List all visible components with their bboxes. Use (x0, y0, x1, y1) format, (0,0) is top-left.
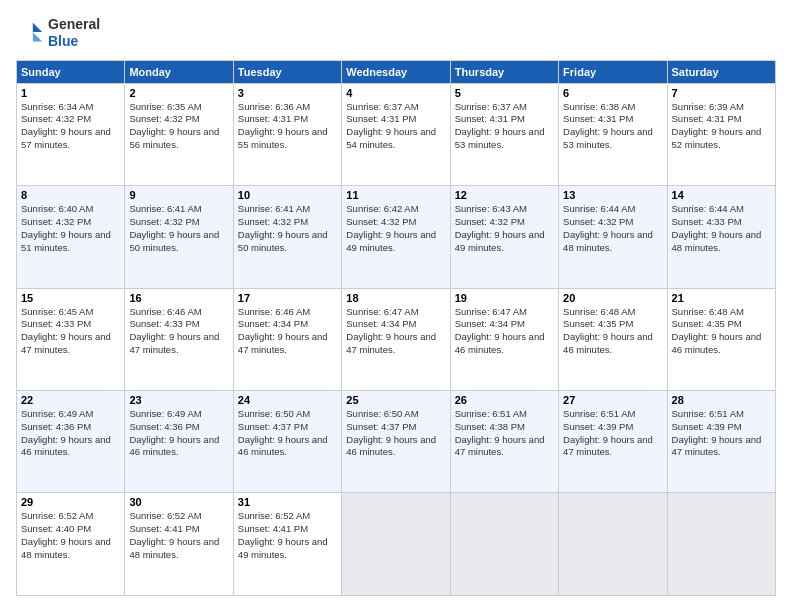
day-number: 9 (129, 189, 228, 201)
day-number: 18 (346, 292, 445, 304)
daylight-label: Daylight: 9 hours and 49 minutes. (238, 536, 328, 560)
day-info: Sunrise: 6:45 AM Sunset: 4:33 PM Dayligh… (21, 306, 120, 357)
day-info: Sunrise: 6:49 AM Sunset: 4:36 PM Dayligh… (21, 408, 120, 459)
day-header-monday: Monday (125, 60, 233, 83)
sunset-label: Sunset: 4:35 PM (563, 318, 633, 329)
day-info: Sunrise: 6:44 AM Sunset: 4:32 PM Dayligh… (563, 203, 662, 254)
daylight-label: Daylight: 9 hours and 56 minutes. (129, 126, 219, 150)
sunrise-label: Sunrise: 6:52 AM (21, 510, 93, 521)
daylight-label: Daylight: 9 hours and 49 minutes. (455, 229, 545, 253)
sunrise-label: Sunrise: 6:36 AM (238, 101, 310, 112)
sunset-label: Sunset: 4:33 PM (129, 318, 199, 329)
daylight-label: Daylight: 9 hours and 46 minutes. (346, 434, 436, 458)
daylight-label: Daylight: 9 hours and 46 minutes. (672, 331, 762, 355)
sunset-label: Sunset: 4:41 PM (129, 523, 199, 534)
sunrise-label: Sunrise: 6:46 AM (129, 306, 201, 317)
day-info: Sunrise: 6:41 AM Sunset: 4:32 PM Dayligh… (238, 203, 337, 254)
day-number: 2 (129, 87, 228, 99)
day-number: 11 (346, 189, 445, 201)
day-number: 24 (238, 394, 337, 406)
daylight-label: Daylight: 9 hours and 48 minutes. (672, 229, 762, 253)
sunset-label: Sunset: 4:32 PM (346, 216, 416, 227)
logo: General Blue (16, 16, 100, 50)
table-row (559, 493, 667, 596)
day-number: 20 (563, 292, 662, 304)
daylight-label: Daylight: 9 hours and 46 minutes. (21, 434, 111, 458)
day-number: 3 (238, 87, 337, 99)
day-info: Sunrise: 6:52 AM Sunset: 4:41 PM Dayligh… (129, 510, 228, 561)
day-number: 30 (129, 496, 228, 508)
day-info: Sunrise: 6:49 AM Sunset: 4:36 PM Dayligh… (129, 408, 228, 459)
table-row: 1 Sunrise: 6:34 AM Sunset: 4:32 PM Dayli… (17, 83, 125, 185)
table-row: 19 Sunrise: 6:47 AM Sunset: 4:34 PM Dayl… (450, 288, 558, 390)
day-info: Sunrise: 6:48 AM Sunset: 4:35 PM Dayligh… (563, 306, 662, 357)
day-number: 17 (238, 292, 337, 304)
sunrise-label: Sunrise: 6:51 AM (563, 408, 635, 419)
day-info: Sunrise: 6:43 AM Sunset: 4:32 PM Dayligh… (455, 203, 554, 254)
day-header-thursday: Thursday (450, 60, 558, 83)
sunset-label: Sunset: 4:41 PM (238, 523, 308, 534)
day-info: Sunrise: 6:46 AM Sunset: 4:33 PM Dayligh… (129, 306, 228, 357)
table-row: 4 Sunrise: 6:37 AM Sunset: 4:31 PM Dayli… (342, 83, 450, 185)
table-row: 18 Sunrise: 6:47 AM Sunset: 4:34 PM Dayl… (342, 288, 450, 390)
day-number: 13 (563, 189, 662, 201)
day-info: Sunrise: 6:50 AM Sunset: 4:37 PM Dayligh… (346, 408, 445, 459)
sunrise-label: Sunrise: 6:48 AM (672, 306, 744, 317)
sunrise-label: Sunrise: 6:49 AM (129, 408, 201, 419)
table-row (342, 493, 450, 596)
sunset-label: Sunset: 4:36 PM (129, 421, 199, 432)
daylight-label: Daylight: 9 hours and 51 minutes. (21, 229, 111, 253)
sunrise-label: Sunrise: 6:43 AM (455, 203, 527, 214)
table-row: 31 Sunrise: 6:52 AM Sunset: 4:41 PM Dayl… (233, 493, 341, 596)
table-row: 29 Sunrise: 6:52 AM Sunset: 4:40 PM Dayl… (17, 493, 125, 596)
calendar-page: General Blue SundayMondayTuesdayWednesda… (0, 0, 792, 612)
daylight-label: Daylight: 9 hours and 46 minutes. (563, 331, 653, 355)
daylight-label: Daylight: 9 hours and 50 minutes. (129, 229, 219, 253)
daylight-label: Daylight: 9 hours and 46 minutes. (455, 331, 545, 355)
sunset-label: Sunset: 4:32 PM (563, 216, 633, 227)
sunrise-label: Sunrise: 6:40 AM (21, 203, 93, 214)
day-info: Sunrise: 6:35 AM Sunset: 4:32 PM Dayligh… (129, 101, 228, 152)
day-info: Sunrise: 6:47 AM Sunset: 4:34 PM Dayligh… (455, 306, 554, 357)
day-number: 10 (238, 189, 337, 201)
sunset-label: Sunset: 4:31 PM (563, 113, 633, 124)
sunrise-label: Sunrise: 6:39 AM (672, 101, 744, 112)
daylight-label: Daylight: 9 hours and 47 minutes. (21, 331, 111, 355)
day-info: Sunrise: 6:47 AM Sunset: 4:34 PM Dayligh… (346, 306, 445, 357)
table-row: 12 Sunrise: 6:43 AM Sunset: 4:32 PM Dayl… (450, 186, 558, 288)
sunset-label: Sunset: 4:36 PM (21, 421, 91, 432)
sunset-label: Sunset: 4:34 PM (346, 318, 416, 329)
table-row: 26 Sunrise: 6:51 AM Sunset: 4:38 PM Dayl… (450, 391, 558, 493)
daylight-label: Daylight: 9 hours and 55 minutes. (238, 126, 328, 150)
sunset-label: Sunset: 4:31 PM (238, 113, 308, 124)
sunrise-label: Sunrise: 6:47 AM (346, 306, 418, 317)
sunrise-label: Sunrise: 6:44 AM (672, 203, 744, 214)
day-info: Sunrise: 6:50 AM Sunset: 4:37 PM Dayligh… (238, 408, 337, 459)
sunrise-label: Sunrise: 6:47 AM (455, 306, 527, 317)
sunset-label: Sunset: 4:39 PM (563, 421, 633, 432)
day-info: Sunrise: 6:38 AM Sunset: 4:31 PM Dayligh… (563, 101, 662, 152)
daylight-label: Daylight: 9 hours and 54 minutes. (346, 126, 436, 150)
logo-icon (16, 19, 44, 47)
daylight-label: Daylight: 9 hours and 47 minutes. (563, 434, 653, 458)
day-header-friday: Friday (559, 60, 667, 83)
table-row: 9 Sunrise: 6:41 AM Sunset: 4:32 PM Dayli… (125, 186, 233, 288)
day-number: 16 (129, 292, 228, 304)
day-number: 27 (563, 394, 662, 406)
day-info: Sunrise: 6:36 AM Sunset: 4:31 PM Dayligh… (238, 101, 337, 152)
table-row: 15 Sunrise: 6:45 AM Sunset: 4:33 PM Dayl… (17, 288, 125, 390)
daylight-label: Daylight: 9 hours and 49 minutes. (346, 229, 436, 253)
sunrise-label: Sunrise: 6:42 AM (346, 203, 418, 214)
sunrise-label: Sunrise: 6:51 AM (672, 408, 744, 419)
sunset-label: Sunset: 4:32 PM (129, 113, 199, 124)
table-row: 27 Sunrise: 6:51 AM Sunset: 4:39 PM Dayl… (559, 391, 667, 493)
day-info: Sunrise: 6:44 AM Sunset: 4:33 PM Dayligh… (672, 203, 771, 254)
day-header-saturday: Saturday (667, 60, 775, 83)
sunrise-label: Sunrise: 6:37 AM (346, 101, 418, 112)
sunrise-label: Sunrise: 6:52 AM (129, 510, 201, 521)
table-row: 8 Sunrise: 6:40 AM Sunset: 4:32 PM Dayli… (17, 186, 125, 288)
daylight-label: Daylight: 9 hours and 47 minutes. (129, 331, 219, 355)
sunrise-label: Sunrise: 6:49 AM (21, 408, 93, 419)
day-number: 6 (563, 87, 662, 99)
sunrise-label: Sunrise: 6:52 AM (238, 510, 310, 521)
